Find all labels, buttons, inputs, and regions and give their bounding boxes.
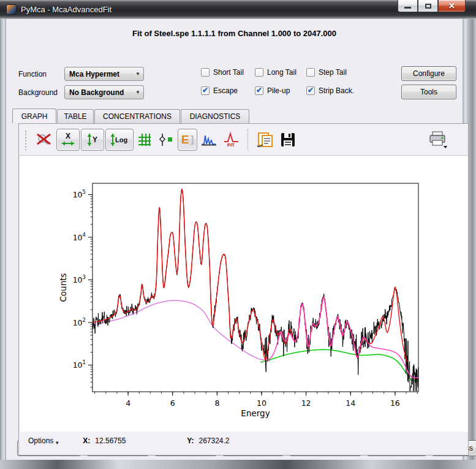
checkbox-box[interactable]: [201, 68, 210, 77]
configure-button[interactable]: Configure: [401, 66, 456, 81]
log-toggle-icon: Log: [109, 131, 130, 148]
log-toggle-button[interactable]: Log: [105, 129, 134, 151]
tab-diagnostics[interactable]: DIAGNOSTICS: [181, 109, 249, 123]
checkbox-box[interactable]: [255, 68, 263, 77]
marker-picker-button[interactable]: [158, 132, 174, 147]
svg-text:Log: Log: [115, 136, 127, 143]
caption-buttons: ✕: [398, 0, 466, 12]
cursor-y-value: 267324.2: [198, 437, 229, 445]
graph-toolbar: X Y: [19, 124, 468, 156]
tab-graph[interactable]: GRAPH: [12, 109, 56, 123]
window-frame-left: [0, 19, 6, 460]
checkbox-step-tail[interactable]: Step Tail: [306, 68, 347, 77]
x-autoscale-button[interactable]: X: [56, 129, 80, 151]
checkbox-box[interactable]: [255, 86, 263, 95]
y-tick-label: 102: [73, 317, 86, 327]
copy-clipboard-icon: [255, 131, 274, 148]
function-combobox[interactable]: Mca Hypermet ▼: [64, 67, 144, 81]
checkbox-label: Pile-up: [267, 86, 290, 95]
svg-text:FIT: FIT: [227, 142, 235, 148]
y-axis-label: Counts: [58, 273, 68, 302]
svg-text:X: X: [66, 132, 70, 140]
checkbox-escape[interactable]: Escape: [201, 86, 238, 95]
y-autoscale-button[interactable]: Y: [81, 129, 104, 151]
marker-picker-icon: [158, 132, 174, 147]
checkbox-label: Short Tail: [213, 68, 244, 77]
x-tick-label: 10: [257, 398, 266, 408]
background-label: Background: [18, 88, 58, 97]
x-autoscale-icon: X: [60, 131, 76, 148]
tab-concentrations[interactable]: CONCENTRATIONS: [94, 109, 180, 123]
checkbox-long-tail[interactable]: Long Tail: [255, 68, 297, 77]
checkbox-short-tail[interactable]: Short Tail: [201, 68, 244, 77]
grid-icon: [137, 132, 152, 147]
graph-tab-pane: X Y: [18, 123, 469, 456]
toolbar-drag-handle[interactable]: [24, 129, 28, 150]
x-tick-label: 6: [170, 398, 175, 408]
x-tick-label: 8: [214, 398, 219, 408]
energy-bracket-icon: ]: [191, 134, 194, 146]
y-autoscale-icon: Y: [85, 131, 100, 148]
checkbox-pile-up[interactable]: Pile-up: [255, 86, 290, 95]
checkbox-box[interactable]: [306, 86, 315, 95]
window-frame-bottom: [0, 460, 476, 469]
print-button[interactable]: [428, 131, 448, 149]
combo-arrow-icon[interactable]: ▼: [132, 71, 143, 77]
x-tick-label: 16: [390, 398, 400, 408]
zoom-reset-icon: [36, 132, 53, 147]
combo-arrow-icon[interactable]: ▼: [132, 90, 143, 95]
minimize-icon: [404, 7, 411, 9]
copy-clipboard-button[interactable]: [255, 131, 274, 148]
options-menu[interactable]: Options: [28, 437, 53, 445]
spectrum-chart[interactable]: 46810121416101102103104105EnergyCounts: [20, 156, 468, 432]
spectrum-figure[interactable]: 46810121416101102103104105EnergyCounts: [20, 156, 468, 432]
y-tick-label: 101: [73, 359, 86, 370]
fit-icon: FIT: [223, 132, 240, 148]
checkbox-box[interactable]: [306, 68, 315, 77]
tab-table[interactable]: TABLE: [57, 109, 94, 123]
pymca-advanced-fit-window: PyMca - McaAdvancedFit ✕ Fit of Steel.sp…: [0, 0, 476, 469]
fit-button[interactable]: FIT: [223, 132, 240, 148]
save-button[interactable]: [280, 132, 296, 148]
background-combobox[interactable]: No Background ▼: [64, 85, 144, 99]
close-button[interactable]: ✕: [438, 0, 466, 12]
close-icon: ✕: [448, 1, 455, 10]
cursor-y-label: Y:: [187, 437, 194, 445]
energy-toggle-button[interactable]: E ]: [178, 129, 197, 151]
checkbox-strip-back[interactable]: Strip Back.: [306, 86, 354, 95]
checkbox-label: Escape: [213, 86, 238, 95]
fit-header-title: Fit of Steel.spe 1.1.1.1 from Channel 1.…: [6, 29, 463, 38]
svg-text:Y: Y: [93, 135, 97, 144]
background-value: No Background: [65, 88, 132, 97]
function-label: Function: [18, 70, 47, 78]
maximize-button[interactable]: [418, 0, 438, 12]
checkbox-box[interactable]: [201, 86, 210, 95]
save-icon: [280, 132, 296, 148]
cursor-x-label: X:: [83, 437, 90, 445]
title-bar[interactable]: PyMca - McaAdvancedFit ✕: [0, 0, 476, 19]
checkbox-label: Step Tail: [319, 68, 347, 77]
tools-button[interactable]: Tools: [401, 85, 456, 99]
maximize-icon: [425, 4, 431, 9]
checkbox-label: Strip Back.: [319, 86, 354, 95]
x-tick-label: 14: [346, 398, 355, 408]
toolbar-separator: [247, 129, 248, 150]
spectrum-button[interactable]: [201, 132, 217, 147]
x-tick-label: 4: [126, 398, 130, 408]
printer-icon: [428, 131, 448, 149]
x-tick-label: 12: [301, 398, 311, 408]
checkbox-label: Long Tail: [267, 68, 297, 77]
cursor-x-value: 12.56755: [95, 437, 126, 445]
spectrum-icon: [201, 132, 217, 147]
zoom-reset-button[interactable]: [36, 132, 53, 147]
options-dropdown-icon[interactable]: ▼: [55, 440, 59, 446]
x-axis-label: Energy: [241, 408, 270, 418]
y-tick-label: 105: [73, 189, 86, 199]
grid-toggle-button[interactable]: [137, 132, 152, 147]
minimize-button[interactable]: [398, 0, 418, 12]
y-tick-label: 103: [73, 274, 86, 284]
function-value: Mca Hypermet: [65, 70, 132, 78]
y-tick-label: 104: [73, 232, 86, 242]
dialog-content: Fit of Steel.spe 1.1.1.1 from Channel 1.…: [6, 19, 463, 460]
app-icon: [6, 4, 17, 15]
